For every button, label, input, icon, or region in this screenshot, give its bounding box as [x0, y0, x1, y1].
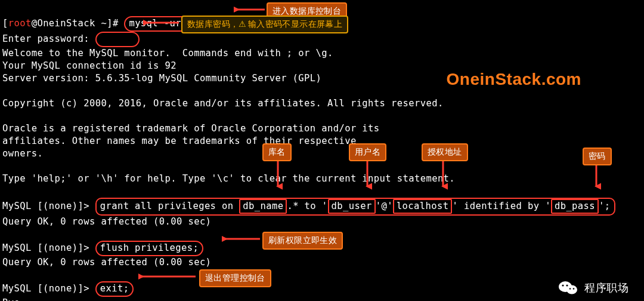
annot-exit-label: 退出管理控制台	[199, 269, 271, 287]
annot-db-password: 数据库密码，⚠输入密码不显示在屏幕上	[181, 16, 348, 33]
grant-mid1: .* to '	[287, 201, 327, 211]
line-bye: Bye	[2, 297, 20, 301]
annot-password: 密码	[583, 148, 612, 165]
mysql-prompt-3: MySQL [(none)]>	[2, 283, 95, 294]
terminal: [root@OneinStack ~]# mysql -uroot -p Ent…	[0, 0, 644, 301]
arrow-dbname	[273, 156, 283, 190]
svg-point-13	[573, 288, 575, 290]
line-oracle2: affiliates. Other names may be trademark…	[2, 136, 357, 146]
arrow-exit	[138, 272, 198, 281]
prompt-open: [	[2, 18, 8, 29]
password-field	[95, 32, 140, 47]
grant-prefix: grant all privileges on	[100, 201, 240, 211]
grant-end: ';	[599, 201, 610, 211]
wechat-icon	[558, 280, 578, 296]
enter-password-label: Enter password:	[2, 33, 89, 44]
grant-mid2: '@'	[376, 201, 393, 211]
param-dbhost: localhost	[393, 199, 453, 214]
cmd-grant: grant all privileges on db_name.* to 'db…	[95, 198, 615, 216]
arrow-password	[592, 161, 601, 190]
arrow-flush	[222, 234, 262, 244]
annot-db-password-label: 数据库密码，⚠输入密码不显示在屏幕上	[181, 16, 348, 33]
annot-authaddr: 授权地址	[422, 143, 468, 161]
arrow-db-password	[143, 18, 181, 27]
line-connid: Your MySQL connection id is 92	[2, 60, 177, 71]
line-welcome: Welcome to the MySQL monitor. Commands e…	[2, 48, 333, 59]
annot-db-password-text: 数据库密码，	[187, 19, 239, 29]
annot-pwd-hidden: 输入密码不显示在屏幕上	[248, 19, 342, 29]
line-copyright: Copyright (c) 2000, 2016, Oracle and/or …	[2, 98, 444, 109]
arrow-username	[363, 156, 372, 190]
line-help: Type 'help;' or '\h' for help. Type '\c'…	[2, 173, 455, 184]
warning-icon: ⚠	[239, 19, 246, 29]
svg-point-11	[566, 284, 568, 286]
annot-dbname: 库名	[262, 143, 292, 161]
annot-password-label: 密码	[583, 148, 612, 165]
annot-flush: 刷新权限立即生效	[262, 232, 343, 250]
svg-point-12	[569, 288, 571, 290]
line-oracle1: Oracle is a registered trademark of Orac…	[2, 123, 380, 134]
line-oracle3: owners.	[2, 148, 43, 159]
cmd-exit: exit;	[95, 281, 134, 297]
line-qok-1: Query OK, 0 rows affected (0.00 sec)	[2, 216, 211, 227]
prompt-cwd: ~	[95, 18, 107, 29]
svg-point-10	[562, 284, 564, 286]
annot-username-label: 用户名	[349, 143, 386, 161]
annot-dbname-label: 库名	[262, 143, 292, 161]
prompt-user: root	[8, 18, 32, 29]
mysql-prompt-2: MySQL [(none)]>	[2, 242, 95, 253]
annot-authaddr-label: 授权地址	[422, 143, 468, 161]
line-version: Server version: 5.6.35-log MySQL Communi…	[2, 73, 321, 84]
grant-mid3: ' identified by '	[452, 201, 550, 211]
annot-username: 用户名	[349, 143, 386, 161]
arrow-authaddr	[438, 156, 448, 190]
param-dbpass: db_pass	[551, 199, 599, 214]
cmd-flush: flush privileges;	[95, 241, 203, 256]
line-qok-2: Query OK, 0 rows affected (0.00 sec)	[2, 257, 211, 268]
svg-point-9	[566, 285, 577, 294]
arrow-enter-console	[234, 5, 267, 14]
prompt-sep: ]#	[107, 18, 124, 29]
param-dbuser: db_user	[328, 199, 376, 214]
prompt-host: @OneinStack	[32, 18, 95, 29]
wechat-label: 程序职场	[584, 282, 628, 294]
param-dbname: db_name	[239, 199, 287, 214]
annot-exit: 退出管理控制台	[199, 269, 271, 287]
annot-flush-label: 刷新权限立即生效	[262, 232, 343, 250]
wechat-footer: 程序职场	[558, 280, 628, 296]
mysql-prompt-1: MySQL [(none)]>	[2, 201, 95, 211]
